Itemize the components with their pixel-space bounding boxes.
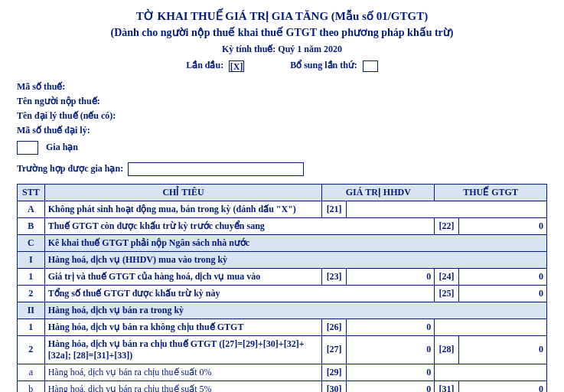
cell-label: Tổng số thuế GTGT được khấu trừ kỳ này bbox=[44, 285, 322, 302]
form-subtitle: (Dành cho người nộp thuế khai thuế GTGT … bbox=[17, 26, 547, 39]
first-time-checkbox[interactable]: [X] bbox=[229, 60, 244, 72]
cell-stt: a bbox=[18, 364, 45, 381]
extension-label: Gia hạn bbox=[46, 142, 78, 153]
table-row: CKê khai thuế GTGT phải nộp Ngân sách nh… bbox=[18, 234, 547, 251]
cell-value[interactable]: 0 bbox=[458, 335, 546, 364]
table-row: 1Giá trị và thuế GTGT của hàng hoá, dịch… bbox=[18, 268, 547, 285]
supplement-flag: Bổ sung lần thứ: bbox=[290, 60, 378, 72]
cell-code: [28] bbox=[435, 335, 458, 364]
cell-stt: II bbox=[18, 302, 45, 318]
cell-code: [21] bbox=[322, 201, 346, 217]
cell-stt: b bbox=[18, 381, 45, 392]
cell-value[interactable]: 0 bbox=[346, 364, 434, 381]
supplement-input[interactable] bbox=[363, 60, 378, 72]
declaration-table: STT CHỈ TIÊU GIÁ TRỊ HHDV THUẾ GTGT AKhô… bbox=[17, 184, 547, 392]
th-stt: STT bbox=[18, 184, 45, 201]
extension-case-row: Trường hợp được gia hạn: bbox=[17, 162, 547, 176]
table-row: BThuế GTGT còn được khấu trừ kỳ trước ch… bbox=[18, 217, 547, 234]
table-row: bHàng hoá, dịch vụ bán ra chịu thuế suất… bbox=[18, 381, 547, 392]
cell-blank bbox=[435, 318, 547, 335]
cell-code: [24] bbox=[435, 268, 458, 285]
cell-stt: B bbox=[18, 217, 45, 234]
extension-row: Gia hạn bbox=[17, 141, 547, 155]
extension-checkbox[interactable] bbox=[17, 141, 38, 155]
cell-label: Hàng hoá, dịch vụ bán ra chịu thuế suất … bbox=[44, 364, 322, 381]
table-row: aHàng hoá, dịch vụ bán ra chịu thuế suất… bbox=[18, 364, 547, 381]
cell-code: [29] bbox=[322, 364, 346, 381]
cell-label: Không phát sinh hoạt động mua, bán trong… bbox=[44, 201, 322, 217]
cell-stt: 1 bbox=[18, 268, 45, 285]
cell-value[interactable]: 0 bbox=[346, 381, 434, 392]
cell-value[interactable]: 0 bbox=[346, 268, 434, 285]
cell-label: Kê khai thuế GTGT phải nộp Ngân sách nhà… bbox=[44, 234, 546, 251]
cell-label: Hàng hóa, dịch vụ bán ra không chịu thuế… bbox=[44, 318, 322, 335]
declaration-flags: Lần đầu: [X] Bổ sung lần thứ: bbox=[17, 60, 547, 72]
cell-label: Thuế GTGT còn được khấu trừ kỳ trước chu… bbox=[44, 217, 322, 234]
cell-label: Hàng hóa, dịch vụ bán ra chịu thuế GTGT … bbox=[44, 335, 322, 364]
cell-value[interactable]: 0 bbox=[458, 381, 546, 392]
cell-code: [31] bbox=[435, 381, 458, 392]
cell-blank bbox=[322, 217, 435, 234]
th-giatri: GIÁ TRỊ HHDV bbox=[322, 184, 435, 201]
cell-label: Hàng hoá, dịch vụ bán ra trong kỳ bbox=[44, 302, 546, 318]
cell-stt: 1 bbox=[18, 318, 45, 335]
th-thue: THUẾ GTGT bbox=[435, 184, 547, 201]
cell-value[interactable]: 0 bbox=[458, 217, 546, 234]
cell-code: [26] bbox=[322, 318, 346, 335]
tax-period: Kỳ tính thuế: Quý 1 năm 2020 bbox=[17, 44, 547, 55]
cell-stt: A bbox=[18, 201, 45, 217]
cell-value[interactable]: 0 bbox=[458, 285, 546, 302]
cell-value[interactable]: 0 bbox=[346, 335, 434, 364]
vat-declaration-form: TỜ KHAI THUẾ GIÁ TRỊ GIA TĂNG (Mẫu số 01… bbox=[0, 0, 564, 392]
agent-row: Tên đại lý thuế (nếu có): bbox=[17, 110, 547, 122]
tax-code-row: Mã số thuế: bbox=[17, 81, 547, 93]
first-time-label: Lần đầu: bbox=[186, 60, 223, 70]
cell-code: [23] bbox=[322, 268, 346, 285]
cell-label: Giá trị và thuế GTGT của hàng hoá, dịch … bbox=[44, 268, 322, 285]
table-row: 1Hàng hóa, dịch vụ bán ra không chịu thu… bbox=[18, 318, 547, 335]
table-header: STT CHỈ TIÊU GIÁ TRỊ HHDV THUẾ GTGT bbox=[18, 184, 547, 201]
table-row: AKhông phát sinh hoạt động mua, bán tron… bbox=[18, 201, 547, 217]
table-row: 2Hàng hóa, dịch vụ bán ra chịu thuế GTGT… bbox=[18, 335, 547, 364]
cell-stt: C bbox=[18, 234, 45, 251]
taxpayer-info: Mã số thuế: Tên người nộp thuế: Tên đại … bbox=[17, 81, 547, 176]
cell-value[interactable]: 0 bbox=[346, 318, 434, 335]
cell-code: [25] bbox=[435, 285, 458, 302]
cell-stt: 2 bbox=[18, 335, 45, 364]
cell-blank bbox=[435, 364, 547, 381]
table-row: 2Tổng số thuế GTGT được khấu trừ kỳ này[… bbox=[18, 285, 547, 302]
cell-code: [30] bbox=[322, 381, 346, 392]
table-row: IIHàng hoá, dịch vụ bán ra trong kỳ bbox=[18, 302, 547, 318]
extension-case-input[interactable] bbox=[128, 162, 304, 176]
agent-tax-code-row: Mã số thuế đại lý: bbox=[17, 125, 547, 136]
first-time-flag: Lần đầu: [X] bbox=[186, 60, 244, 72]
cell-blank bbox=[346, 201, 546, 217]
extension-case-label: Trường hợp được gia hạn: bbox=[17, 163, 123, 175]
cell-code: [27] bbox=[322, 335, 346, 364]
taxpayer-name-row: Tên người nộp thuế: bbox=[17, 96, 547, 107]
th-chitieu: CHỈ TIÊU bbox=[44, 184, 322, 201]
cell-label: Hàng hoá, dịch vụ bán ra chịu thuế suất … bbox=[44, 381, 322, 392]
cell-blank bbox=[322, 285, 435, 302]
cell-code: [22] bbox=[435, 217, 458, 234]
table-row: IHàng hoá, dịch vụ (HHDV) mua vào trong … bbox=[18, 251, 547, 268]
form-title: TỜ KHAI THUẾ GIÁ TRỊ GIA TĂNG (Mẫu số 01… bbox=[17, 9, 547, 23]
cell-stt: 2 bbox=[18, 285, 45, 302]
cell-stt: I bbox=[18, 251, 45, 268]
cell-label: Hàng hoá, dịch vụ (HHDV) mua vào trong k… bbox=[44, 251, 546, 268]
supplement-label: Bổ sung lần thứ: bbox=[290, 60, 357, 70]
cell-value[interactable]: 0 bbox=[458, 268, 546, 285]
table-body: AKhông phát sinh hoạt động mua, bán tron… bbox=[18, 201, 547, 392]
